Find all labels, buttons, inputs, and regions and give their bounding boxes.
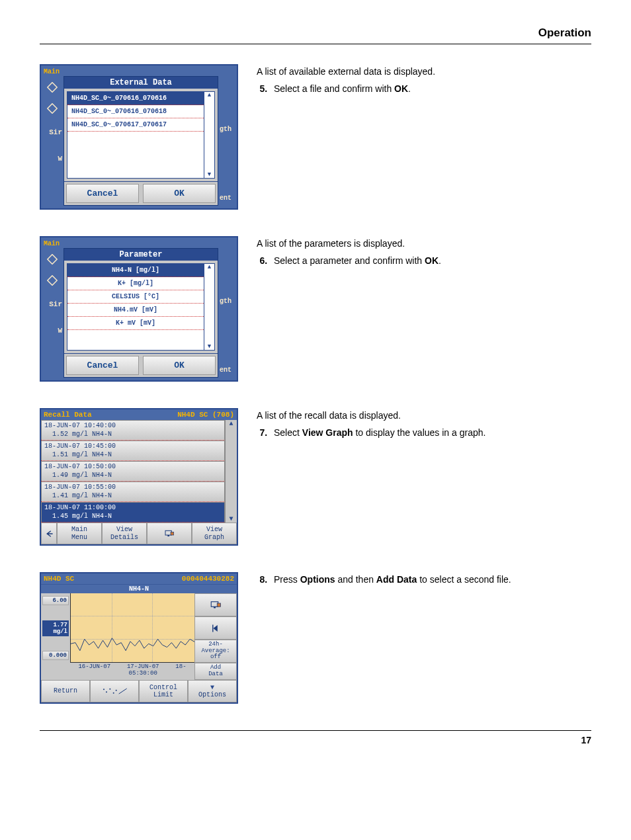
view-details-button[interactable]: View Details bbox=[102, 523, 147, 544]
scroll-up-icon[interactable]: ▲ bbox=[208, 264, 211, 271]
row-parameter: Main Sir W gth ent Parameter NH4-N [mg/l… bbox=[40, 236, 591, 382]
svg-point-9 bbox=[109, 688, 110, 689]
svg-rect-4 bbox=[214, 607, 216, 608]
control-limit-button[interactable]: Control Limit bbox=[139, 680, 188, 702]
scroll-down-icon[interactable]: ▼ bbox=[208, 343, 211, 350]
add-data-button[interactable]: Add Data bbox=[194, 663, 237, 680]
table-row[interactable]: 18-JUN-07 10:50:001.49 mg/l NH4-N bbox=[41, 461, 225, 482]
svg-rect-1 bbox=[167, 535, 169, 536]
y-axis: 6.00 1.77 mg/l 0.000 bbox=[41, 593, 70, 663]
main-menu-button[interactable]: Main Menu bbox=[57, 523, 102, 544]
bg-label-w: W bbox=[42, 317, 62, 344]
scroll-up-icon[interactable]: ▲ bbox=[229, 420, 233, 427]
table-row[interactable]: 18-JUN-07 11:00:001.45 mg/l NH4-N bbox=[41, 502, 225, 523]
list-item[interactable]: NH4D_SC_0~_070616_070618 bbox=[67, 105, 204, 118]
bg-label-w: W bbox=[42, 146, 62, 172]
svg-rect-2 bbox=[171, 532, 174, 535]
graph-device-serial: 000404430282 bbox=[182, 575, 234, 583]
svg-rect-5 bbox=[217, 603, 220, 607]
list-item[interactable]: CELSIUS [°C] bbox=[67, 290, 204, 304]
svg-line-12 bbox=[119, 689, 127, 694]
page-header-title: Operation bbox=[40, 26, 591, 44]
list-item[interactable]: NH4D_SC_0~_070616_070616 bbox=[67, 92, 204, 105]
step-8: Press Options and then Add Data to selec… bbox=[270, 573, 591, 587]
recall-list[interactable]: 18-JUN-07 10:40:001.52 mg/l NH4-N 18-JUN… bbox=[41, 420, 225, 523]
row-external-data: Main Sir W gth ent External Data NH4D_SC… bbox=[40, 64, 591, 210]
bg-right-strip: gth ent bbox=[218, 239, 235, 379]
row-graph: NH4D SC 000404430282 NH4-N 6.00 1.77 mg/… bbox=[40, 572, 591, 704]
main-label: Main bbox=[42, 239, 62, 249]
chart-plot-area[interactable] bbox=[70, 593, 194, 663]
table-row[interactable]: 18-JUN-07 10:45:001.51 mg/l NH4-N bbox=[41, 441, 225, 461]
recall-device: NH4D SC (708) bbox=[177, 411, 234, 419]
diamond-icon bbox=[42, 249, 62, 270]
screenshot-parameter: Main Sir W gth ent Parameter NH4-N [mg/l… bbox=[40, 236, 238, 382]
graph-subtitle: NH4-N bbox=[41, 584, 237, 593]
pc-link-icon[interactable] bbox=[147, 523, 192, 544]
ok-button[interactable]: OK bbox=[143, 356, 216, 375]
view-graph-button[interactable]: View Graph bbox=[192, 523, 237, 544]
popup-title: External Data bbox=[64, 77, 218, 89]
y-max: 6.00 bbox=[42, 596, 69, 605]
bg-label-sir: Sir bbox=[42, 291, 62, 317]
svg-point-10 bbox=[113, 692, 114, 693]
step-5: Select a file and confirm with OK. bbox=[270, 83, 591, 96]
bg-left-strip: Main Sir W bbox=[42, 239, 62, 379]
svg-point-8 bbox=[106, 691, 107, 693]
scroll-up-icon[interactable]: ▲ bbox=[208, 92, 211, 99]
diamond-icon bbox=[42, 77, 62, 98]
intro-text: A list of available external data is dis… bbox=[257, 65, 591, 79]
list-item[interactable]: K+ [mg/l] bbox=[67, 277, 204, 290]
options-button[interactable]: ▼Options bbox=[188, 680, 237, 702]
popup-title: Parameter bbox=[64, 249, 218, 261]
screenshot-recall-data: Recall Data NH4D SC (708) 18-JUN-07 10:4… bbox=[40, 408, 238, 546]
table-row[interactable]: 18-JUN-07 10:40:001.52 mg/l NH4-N bbox=[41, 420, 225, 441]
page-number: 17 bbox=[40, 730, 591, 745]
bg-label-sir: Sir bbox=[42, 119, 62, 146]
parameter-popup: Parameter NH4-N [mg/l] K+ [mg/l] CELSIUS… bbox=[63, 248, 218, 378]
external-data-popup: External Data NH4D_SC_0~_070616_070616 N… bbox=[63, 76, 218, 206]
step-6: Select a parameter and confirm with OK. bbox=[270, 255, 591, 268]
scroll-down-icon[interactable]: ▼ bbox=[229, 515, 233, 523]
cancel-button[interactable]: Cancel bbox=[66, 356, 139, 375]
y-min: 0.000 bbox=[42, 651, 69, 660]
svg-point-11 bbox=[116, 689, 117, 691]
ok-button[interactable]: OK bbox=[143, 184, 216, 203]
file-list[interactable]: NH4D_SC_0~_070616_070616 NH4D_SC_0~_0706… bbox=[67, 92, 204, 178]
list-item[interactable]: NH4D_SC_0~_070617_070617 bbox=[67, 118, 204, 132]
screenshot-graph: NH4D SC 000404430282 NH4-N 6.00 1.77 mg/… bbox=[40, 572, 238, 704]
scroll-down-icon[interactable]: ▼ bbox=[208, 171, 211, 178]
diamond-icon bbox=[42, 270, 62, 291]
back-icon[interactable] bbox=[41, 523, 57, 544]
list-item[interactable]: K+ mV [mV] bbox=[67, 317, 204, 330]
y-current-value: 1.77 mg/l bbox=[42, 620, 69, 636]
main-label: Main bbox=[42, 67, 62, 77]
list-item[interactable]: NH4.mV [mV] bbox=[67, 304, 204, 317]
cursor-left-icon[interactable] bbox=[194, 616, 237, 640]
intro-text: A list of the parameters is displayed. bbox=[257, 237, 591, 251]
bg-right-strip: gth ent bbox=[218, 67, 235, 207]
recall-title: Recall Data bbox=[44, 411, 92, 419]
parameter-list[interactable]: NH4-N [mg/l] K+ [mg/l] CELSIUS [°C] NH4.… bbox=[67, 264, 204, 350]
row-recall-data: Recall Data NH4D SC (708) 18-JUN-07 10:4… bbox=[40, 408, 591, 546]
diamond-icon bbox=[42, 98, 62, 119]
scrollbar[interactable]: ▲ ▼ bbox=[204, 264, 214, 350]
x-axis: 16-JUN-07 17-JUN-07 05:30:00 18- bbox=[70, 663, 194, 680]
cancel-button[interactable]: Cancel bbox=[66, 184, 139, 203]
table-row[interactable]: 18-JUN-07 10:55:001.41 mg/l NH4-N bbox=[41, 482, 225, 502]
avg-24h-label[interactable]: 24h-Average: off bbox=[194, 640, 237, 663]
graph-device-name: NH4D SC bbox=[44, 575, 74, 583]
screenshot-external-data: Main Sir W gth ent External Data NH4D_SC… bbox=[40, 64, 238, 210]
scrollbar[interactable]: ▲ ▼ bbox=[204, 92, 214, 178]
scrollbar[interactable]: ▲ ▼ bbox=[225, 420, 237, 523]
intro-text: A list of the recall data is displayed. bbox=[257, 409, 591, 423]
step-7: Select View Graph to display the values … bbox=[270, 427, 591, 440]
pc-link-icon[interactable] bbox=[194, 593, 237, 616]
bg-left-strip: Main Sir W bbox=[42, 67, 62, 207]
svg-point-7 bbox=[103, 689, 105, 690]
return-button[interactable]: Return bbox=[41, 680, 90, 702]
list-item[interactable]: NH4-N [mg/l] bbox=[67, 264, 204, 277]
scatter-icon[interactable] bbox=[90, 680, 139, 702]
